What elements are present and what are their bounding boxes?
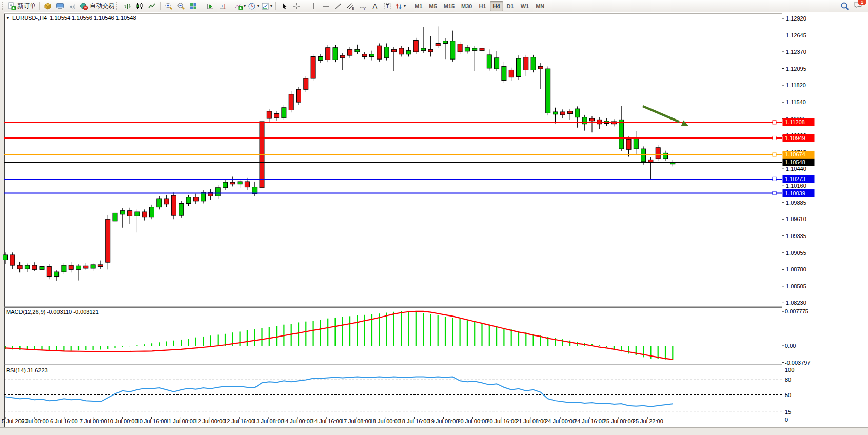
bar-chart-icon <box>123 2 131 10</box>
toolbar-grip <box>2 2 5 10</box>
quotes-cube-icon <box>44 2 52 10</box>
symbol-quotes: 1.10554 1.10556 1.10546 1.10548 <box>50 15 136 21</box>
price-lines: 1.112081.109491.106741.105481.102731.100… <box>4 118 815 197</box>
macd-panel: 0.0077750.00-0.003797 <box>5 308 811 366</box>
svg-text:1.12370: 1.12370 <box>786 49 806 55</box>
separator <box>409 2 409 10</box>
new-order-label: 新订单 <box>17 2 36 10</box>
auto-scroll-button[interactable] <box>204 1 216 11</box>
indicators-button[interactable]: ▾ <box>233 1 247 11</box>
svg-text:12 Jul 00:00: 12 Jul 00:00 <box>194 418 225 424</box>
chart-frame <box>4 13 790 427</box>
zoom-in-icon <box>165 2 173 10</box>
arrows-icon <box>394 2 403 10</box>
svg-text:14 Jul 00:00: 14 Jul 00:00 <box>282 418 313 424</box>
rsi-indicator-label: RSI(14) 31.6223 <box>6 367 48 373</box>
chart-canvas[interactable]: 1.129201.126451.123701.120951.118201.115… <box>0 0 868 435</box>
tab-timeframe-h4[interactable]: H4 <box>490 1 503 11</box>
cursor-icon <box>280 2 288 10</box>
line-chart-button[interactable] <box>146 1 158 11</box>
zoom-out-button[interactable] <box>175 1 187 11</box>
vertical-line-tool-button[interactable] <box>307 1 320 11</box>
text-tool-button[interactable]: A <box>369 1 381 11</box>
crosshair-tool-button[interactable] <box>290 1 303 11</box>
signals-button[interactable] <box>66 1 78 11</box>
tab-timeframe-d1[interactable]: D1 <box>504 1 517 11</box>
signals-icon <box>68 2 76 10</box>
svg-text:80: 80 <box>785 377 791 383</box>
timeframe-bar: M1M5M15M30H1H4D1W1MN <box>411 1 547 11</box>
annotation-arrow[interactable] <box>643 106 689 129</box>
svg-text:18 Jul 16:00: 18 Jul 16:00 <box>399 418 430 424</box>
svg-text:1.09055: 1.09055 <box>786 250 806 256</box>
svg-text:1.11208: 1.11208 <box>785 119 805 125</box>
horizontal-line-tool-button[interactable] <box>320 1 332 11</box>
trendline-icon <box>334 2 342 10</box>
svg-text:15: 15 <box>785 409 791 415</box>
horizontal-line-icon <box>322 2 330 10</box>
terminal-button[interactable] <box>54 1 66 11</box>
separator <box>160 2 161 10</box>
svg-text:1.12645: 1.12645 <box>786 32 806 38</box>
text-label-icon: T <box>383 2 391 10</box>
fibonacci-icon: F <box>359 2 367 10</box>
templates-button[interactable]: ▾ <box>260 1 273 11</box>
bar-chart-button[interactable] <box>121 1 133 11</box>
svg-text:24 Jul 16:00: 24 Jul 16:00 <box>574 418 605 424</box>
svg-text:24 Jul 00:00: 24 Jul 00:00 <box>545 418 576 424</box>
chart-symbol-header: ▼EURUSD-,H4 1.10554 1.10556 1.10546 1.10… <box>6 15 136 21</box>
symbol-label: EURUSD-,H4 <box>12 15 47 21</box>
cursor-tool-button[interactable] <box>278 1 290 11</box>
toolbar: 新订单 自动交易 <box>0 0 868 12</box>
equidistant-channel-icon: E <box>346 2 354 10</box>
svg-text:10 Jul 00:00: 10 Jul 00:00 <box>107 418 138 424</box>
clock-icon <box>248 2 256 10</box>
indicators-icon <box>234 2 243 10</box>
svg-text:25 Jul 08:00: 25 Jul 08:00 <box>603 418 634 424</box>
tab-timeframe-m1[interactable]: M1 <box>411 1 425 11</box>
zoom-in-button[interactable] <box>163 1 175 11</box>
line-chart-icon <box>148 2 156 10</box>
trendline-tool-button[interactable] <box>332 1 344 11</box>
periods-button[interactable]: ▾ <box>247 1 260 11</box>
fibonacci-tool-button[interactable]: F <box>357 1 369 11</box>
search-icon[interactable] <box>840 2 850 11</box>
svg-text:1.08230: 1.08230 <box>786 300 806 306</box>
auto-scroll-icon <box>206 2 214 10</box>
tab-timeframe-m5[interactable]: M5 <box>426 1 440 11</box>
collapse-triangle-icon[interactable]: ▼ <box>6 16 10 21</box>
separator <box>39 2 40 10</box>
svg-text:20 Jul 16:00: 20 Jul 16:00 <box>486 418 517 424</box>
svg-text:1.09885: 1.09885 <box>786 200 806 206</box>
tab-timeframe-h1[interactable]: H1 <box>476 1 489 11</box>
arrows-tool-button[interactable]: ▾ <box>393 1 407 11</box>
svg-text:A: A <box>373 3 378 10</box>
svg-text:19 Jul 08:00: 19 Jul 08:00 <box>428 418 459 424</box>
tab-timeframe-mn[interactable]: MN <box>532 1 547 11</box>
svg-text:7 Jul 08:00: 7 Jul 08:00 <box>80 418 107 424</box>
template-icon <box>261 2 269 10</box>
tile-windows-button[interactable] <box>187 1 200 11</box>
tab-timeframe-m15[interactable]: M15 <box>441 1 458 11</box>
channel-tool-button[interactable]: E <box>344 1 357 11</box>
new-order-icon <box>8 2 16 10</box>
svg-text:11 Jul 08:00: 11 Jul 08:00 <box>166 418 196 424</box>
new-order-button[interactable]: 新订单 <box>7 1 37 11</box>
text-label-tool-button[interactable]: T <box>381 1 393 11</box>
svg-text:0: 0 <box>785 417 788 423</box>
quotes-button[interactable] <box>42 1 54 11</box>
tab-timeframe-m30[interactable]: M30 <box>458 1 475 11</box>
svg-text:20 Jul 00:00: 20 Jul 00:00 <box>457 418 488 424</box>
auto-trading-icon <box>80 2 88 10</box>
chat-button[interactable]: 1 <box>854 1 863 11</box>
auto-trading-button[interactable]: 自动交易 <box>78 1 115 11</box>
chevron-down-icon: ▾ <box>404 4 406 8</box>
svg-text:1.09335: 1.09335 <box>786 233 806 239</box>
candlestick-chart-button[interactable] <box>133 1 146 11</box>
auto-trading-label: 自动交易 <box>90 2 114 10</box>
toolbar-grip <box>116 2 120 10</box>
tab-timeframe-w1[interactable]: W1 <box>518 1 532 11</box>
svg-text:21 Jul 08:00: 21 Jul 08:00 <box>516 418 546 424</box>
chart-shift-button[interactable] <box>216 1 229 11</box>
svg-text:1.10273: 1.10273 <box>785 176 805 182</box>
